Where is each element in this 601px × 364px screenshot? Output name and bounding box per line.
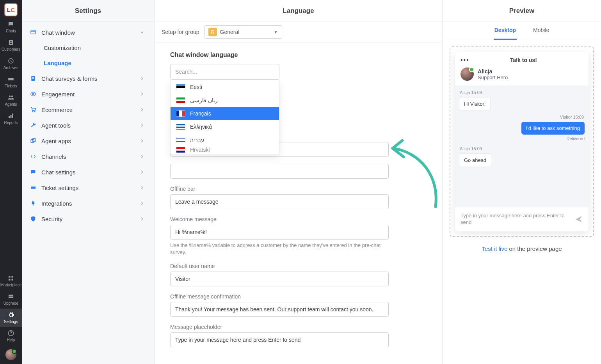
chevron-right-icon — [139, 138, 145, 144]
flag-hr-icon — [176, 147, 185, 153]
sidebar-item-label: Engagement — [41, 91, 135, 98]
sidebar-item-ticket-settings[interactable]: Ticket settings — [26, 180, 150, 195]
sidebar-item-security[interactable]: Security — [26, 211, 150, 227]
customers-icon — [7, 39, 15, 46]
test-live-link[interactable]: Test it live — [482, 245, 507, 252]
chat-input-placeholder[interactable]: Type in your message here and press Ente… — [461, 213, 571, 226]
chat-icon — [7, 20, 15, 28]
sidebar-item-label: Security — [41, 216, 135, 222]
svg-point-4 — [11, 96, 13, 98]
sidebar-item-label: Integrations — [41, 200, 135, 207]
wrench-icon — [30, 122, 37, 129]
group-badge: G — [208, 28, 217, 36]
language-option-label: עברית — [190, 137, 204, 143]
svg-point-21 — [34, 111, 35, 112]
sidebar-item-integrations[interactable]: Integrations — [26, 195, 150, 211]
rail-settings[interactable]: Settings — [0, 309, 22, 327]
rail-upgrade[interactable]: Upgrade — [0, 290, 22, 309]
offline-bar-input[interactable] — [170, 194, 389, 209]
rail-marketplace[interactable]: Marketplace — [0, 272, 22, 290]
rail-agents[interactable]: Agents — [0, 91, 22, 110]
sidebar-item-surveys[interactable]: Chat surveys & forms — [26, 71, 150, 86]
default-user-name-input[interactable] — [170, 272, 389, 286]
caret-down-icon: ▼ — [274, 30, 278, 34]
agent-message: Go ahead — [459, 153, 491, 167]
rail-chats[interactable]: Chats — [0, 18, 22, 36]
chat-settings-icon — [30, 169, 37, 176]
nav-rail: LC Chats Customers Archives Tickets Agen… — [0, 0, 22, 364]
current-user-avatar[interactable] — [5, 349, 16, 360]
rail-label: Customers — [2, 47, 20, 51]
message-meta: Visitor 15:09 — [460, 115, 584, 119]
svg-rect-9 — [12, 276, 14, 278]
language-search-input[interactable] — [170, 64, 279, 80]
language-option-hrvatski[interactable]: Hrvatski — [171, 147, 279, 154]
language-option-eesti[interactable]: Eesti — [171, 80, 279, 94]
ticket-settings-icon — [30, 184, 37, 191]
tab-desktop[interactable]: Desktop — [494, 21, 517, 40]
language-option-farsi[interactable]: زبان فارسی — [171, 94, 279, 107]
form-icon — [30, 75, 37, 82]
svg-rect-12 — [9, 295, 13, 296]
sidebar-item-channels[interactable]: Channels — [26, 149, 150, 164]
sidebar-item-label: Chat settings — [41, 169, 135, 176]
rail-label: Settings — [4, 320, 18, 324]
offline-confirm-input[interactable] — [170, 302, 389, 317]
sidebar-item-engagement[interactable]: Engagement — [26, 86, 150, 102]
rail-reports[interactable]: Reports — [0, 110, 22, 128]
welcome-message-label: Welcome message — [170, 216, 427, 222]
chevron-right-icon — [139, 216, 145, 222]
cart-icon — [30, 106, 37, 113]
chevron-right-icon — [139, 169, 145, 175]
rail-label: Upgrade — [4, 301, 18, 305]
send-icon[interactable] — [574, 215, 583, 224]
chevron-right-icon — [139, 91, 145, 97]
language-option-label: Hrvatski — [190, 147, 210, 153]
chevron-right-icon — [139, 185, 145, 190]
svg-rect-8 — [9, 276, 11, 278]
svg-point-20 — [32, 111, 33, 112]
rail-label: Help — [7, 338, 15, 342]
gear-icon — [7, 311, 15, 319]
rail-help[interactable]: Help — [0, 327, 22, 345]
apps-icon — [30, 137, 37, 144]
plug-icon — [30, 200, 37, 207]
sidebar-item-label: Ecommerce — [41, 107, 135, 113]
chevron-right-icon — [139, 154, 145, 159]
rail-label: Reports — [4, 121, 18, 125]
svg-rect-10 — [9, 279, 11, 281]
sidebar-item-agent-apps[interactable]: Agent apps — [26, 133, 150, 149]
svg-rect-18 — [32, 78, 34, 78]
sidebar-item-agent-tools[interactable]: Agent tools — [26, 117, 150, 133]
preview-tabs: Desktop Mobile — [443, 21, 601, 40]
language-option-hebrew[interactable]: עברית — [171, 133, 279, 147]
welcome-message-input[interactable] — [170, 225, 389, 240]
agent-message: Hi Visitor! — [459, 97, 491, 111]
group-select[interactable]: G General ▼ — [204, 25, 282, 39]
sidebar-item-chat-window[interactable]: Chat window — [26, 25, 150, 40]
rail-tickets[interactable]: Tickets — [0, 73, 22, 91]
language-option-francais[interactable]: Français — [171, 107, 279, 120]
sidebar-item-chat-settings[interactable]: Chat settings — [26, 164, 150, 180]
sidebar-item-ecommerce[interactable]: Ecommerce — [26, 102, 150, 117]
welcome-message-hint: Use the %name% variable to address a cus… — [170, 242, 389, 256]
app-logo: LC — [4, 3, 18, 16]
test-live-suffix: on the preview page — [507, 245, 562, 252]
sidebar-item-label: Chat window — [41, 29, 135, 36]
settings-title: Settings — [22, 0, 154, 21]
svg-point-19 — [32, 93, 34, 95]
rail-customers[interactable]: Customers — [0, 36, 22, 55]
offline-bar-input-above[interactable] — [170, 164, 389, 179]
sidebar-sub-language[interactable]: Language — [44, 55, 150, 71]
sidebar-item-label: Agent apps — [41, 138, 135, 144]
editor-title: Language — [155, 0, 442, 21]
language-option-greek[interactable]: Ελληνικά — [171, 120, 279, 133]
eye-icon — [30, 91, 37, 98]
sidebar-sub-customization[interactable]: Customization — [44, 40, 150, 55]
language-option-label: Français — [190, 110, 211, 117]
test-live-line: Test it live on the preview page — [450, 245, 594, 252]
message-placeholder-input[interactable] — [170, 332, 389, 347]
tab-mobile[interactable]: Mobile — [532, 21, 550, 40]
rail-archives[interactable]: Archives — [0, 55, 22, 73]
rail-label: Tickets — [5, 84, 17, 88]
